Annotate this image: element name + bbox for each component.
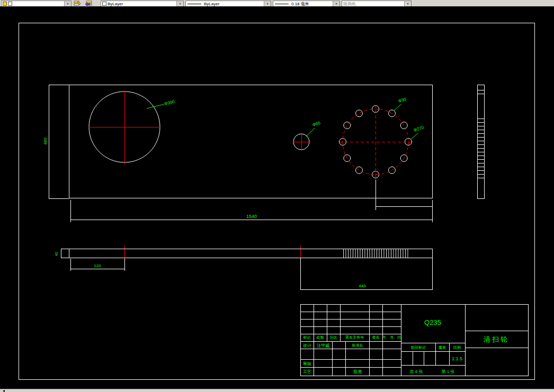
lineweight-combo-dropdown-button[interactable]: ▼ (333, 1, 339, 6)
scale-label: 比例 (453, 345, 461, 350)
dim-plate-height[interactable]: 480 (43, 138, 48, 145)
plotstyle-combo-value: 随颜色 (342, 2, 404, 6)
weight-label: 重量 (439, 345, 446, 349)
rev-header-date: 年、月、日 (382, 335, 401, 340)
cad-viewport[interactable]: 1540 480 120 445 40 Φ300 Φ65 Φ30 Φ270 标记… (0, 6, 554, 389)
make-object-layer-current-button[interactable] (73, 0, 82, 6)
color-combo-dropdown-button[interactable]: ▼ (176, 1, 183, 6)
audit-label: 审核 (303, 361, 311, 366)
bolt-hole-section-hatch (342, 249, 409, 258)
scroll-left-button[interactable] (1, 389, 6, 392)
dim-overall-length[interactable]: 1540 (246, 214, 257, 219)
layers-arrow-icon (85, 1, 92, 6)
rev-header-docno: 更改文件号 (345, 335, 364, 340)
rev-header-signature: 签名 (372, 335, 380, 340)
dim-right-section[interactable]: 445 (359, 284, 366, 288)
bylayer-color-swatch (102, 2, 106, 6)
lineweight-combo-value: 0.18 毫米 (290, 2, 333, 6)
sheet-total: 共 8 张 (410, 369, 423, 374)
layer-combo-dropdown-button[interactable]: ▼ (64, 1, 71, 6)
layers-pencil-icon (74, 1, 81, 6)
dim-hub-width[interactable]: 120 (94, 263, 101, 268)
cad-canvas[interactable]: 1540 480 120 445 40 Φ300 Φ65 Φ30 Φ270 标记… (0, 6, 554, 389)
rev-header-mark: 标记 (303, 335, 311, 340)
lineweight-sample-icon (275, 4, 289, 4)
standardization-label: 标准化 (352, 343, 363, 348)
sheet-current: 第 1 张 (442, 369, 455, 374)
approve-label: 批准 (353, 369, 362, 374)
layer-color-swatch (8, 2, 12, 6)
cad-application-window: ▼ ByLayer ▼ ByLayer ▼ (0, 0, 554, 392)
scale-value: 1:1.5 (452, 356, 462, 361)
color-combo-value: ByLayer (106, 2, 176, 6)
layer-properties-toolbar: ▼ ByLayer ▼ ByLayer ▼ (0, 0, 554, 6)
linetype-combo-dropdown-button[interactable]: ▼ (264, 1, 271, 6)
rev-header-zone: 分区 (329, 335, 337, 339)
part-name: 清扫轮 (484, 335, 509, 343)
process-label: 工艺 (303, 369, 311, 374)
plotstyle-combo-dropdown-button: ▼ (404, 1, 411, 6)
stage-mark-label: 阶段标记 (411, 345, 426, 350)
linetype-sample-icon (187, 4, 201, 4)
linetype-combo-value: ByLayer (203, 2, 264, 6)
design-label: 设计 (303, 343, 311, 348)
scroll-left-arrow-icon (3, 390, 5, 392)
model-space-background (0, 6, 554, 389)
layer-previous-button[interactable] (84, 0, 93, 6)
designer-name: 汪宇威 (317, 343, 329, 348)
rev-header-count: 处数 (317, 335, 325, 340)
horizontal-scrollbar[interactable] (0, 389, 554, 392)
layer-state-icon (3, 2, 7, 6)
side-view-hole-hatch (478, 118, 485, 180)
material-value: Q235 (424, 318, 441, 326)
dim-plate-thickness[interactable]: 40 (55, 252, 58, 256)
